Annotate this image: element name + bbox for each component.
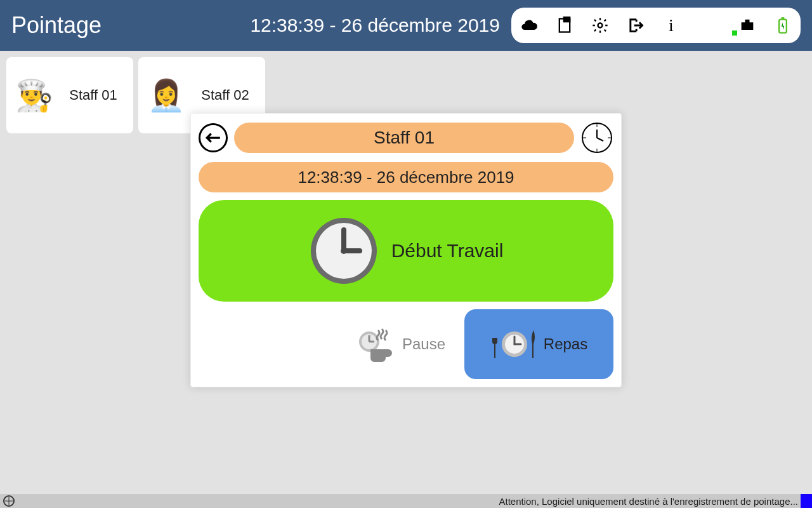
svg-point-17 [341,248,347,254]
clock-face-icon [580,121,613,154]
page-title: Pointage [11,12,102,39]
svg-text:i: i [669,17,674,34]
pause-button[interactable]: Pause [304,309,457,379]
status-pill: i [511,8,801,43]
svg-rect-1 [564,17,570,22]
ethernet-icon [738,17,756,34]
footer-bar: Attention, Logiciel uniquement destiné à… [0,494,812,508]
clock-icon [309,216,379,286]
clockin-dialog: Staff 01 12:38:39 - 26 décembre 2019 Déb… [190,113,622,387]
meal-button[interactable]: Repas [464,309,613,379]
back-button[interactable] [199,123,228,152]
battery-icon [774,17,792,34]
svg-rect-5 [782,17,785,20]
info-icon[interactable]: i [662,17,680,34]
selected-staff-pill: Staff 01 [234,123,574,153]
knife-icon [530,329,537,359]
avatar: 👨‍🍳 [14,75,55,116]
staff-card[interactable]: 👨‍🍳 Staff 01 [6,57,133,133]
dialog-datetime-pill: 12:38:39 - 26 décembre 2019 [199,162,613,192]
svg-point-2 [598,23,603,28]
gear-icon[interactable] [591,17,609,34]
receipt-icon[interactable] [556,17,573,34]
start-work-label: Début Travail [391,240,504,262]
cloud-icon[interactable] [520,17,538,34]
footer-accent [801,494,812,508]
footer-warning-text: Attention, Logiciel uniquement destiné à… [499,496,801,507]
avatar: 👩‍💼 [146,75,187,116]
brand-icon [0,494,18,508]
topbar-datetime: 12:38:39 - 26 décembre 2019 [250,15,500,36]
meal-label: Repas [544,335,587,353]
clock-icon [501,330,528,358]
pause-label: Pause [402,335,445,353]
staff-name-label: Staff 02 [193,87,258,104]
fork-icon [490,329,499,359]
coffee-break-icon [355,324,396,364]
staff-name-label: Staff 01 [61,87,126,104]
logout-icon[interactable] [627,17,645,34]
meal-icon [490,329,537,359]
topbar: Pointage 12:38:39 - 26 décembre 2019 i [0,0,812,51]
start-work-button[interactable]: Début Travail [199,200,613,302]
